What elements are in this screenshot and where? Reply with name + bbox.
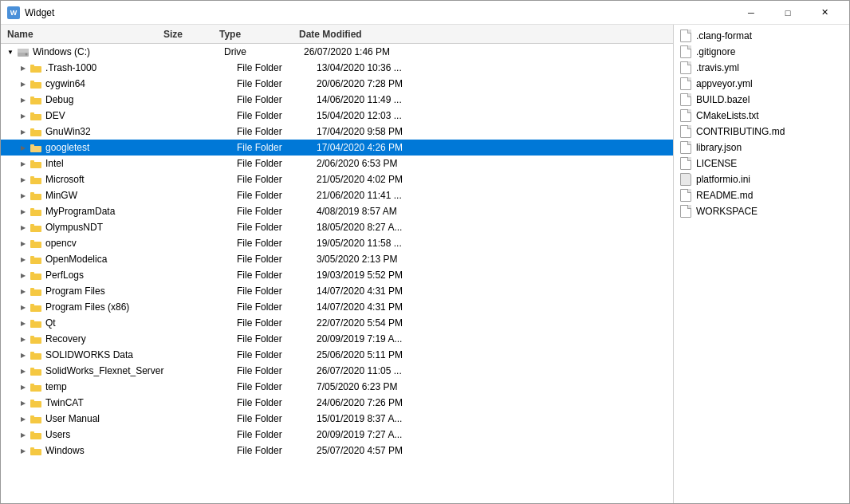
- indent: ▶: [4, 412, 45, 425]
- list-item[interactable]: library.json: [674, 140, 849, 156]
- row-date: 15/01/2019 8:37 A...: [317, 413, 444, 424]
- expand-icon[interactable]: ▶: [17, 285, 30, 297]
- expand-icon[interactable]: ▶: [17, 253, 30, 266]
- table-row[interactable]: ▶ Program Files File Folder 14/07/2020 4…: [1, 283, 673, 299]
- table-row[interactable]: ▶ Windows File Folder 25/07/2020 4:57 PM: [1, 443, 673, 459]
- doc-icon: [680, 205, 691, 218]
- table-row[interactable]: ▶ OpenModelica File Folder 3/05/2020 2:1…: [1, 251, 673, 267]
- list-item[interactable]: README.md: [674, 187, 849, 203]
- col-header-name[interactable]: Name: [4, 29, 163, 40]
- table-row[interactable]: ▶ Recovery File Folder 20/09/2019 7:19 A…: [1, 331, 673, 347]
- table-row[interactable]: ▶ Users File Folder 20/09/2019 7:27 A...: [1, 427, 673, 443]
- expand-icon[interactable]: ▶: [17, 333, 30, 345]
- special-doc-icon: [680, 173, 691, 186]
- list-item[interactable]: CONTRIBUTING.md: [674, 124, 849, 140]
- table-row[interactable]: ▶ User Manual File Folder 15/01/2019 8:3…: [1, 411, 673, 427]
- list-item[interactable]: platformio.ini: [674, 171, 849, 187]
- list-item[interactable]: BUILD.bazel: [674, 92, 849, 108]
- table-row[interactable]: ▶ MyProgramData File Folder 4/08/2019 8:…: [1, 203, 673, 219]
- indent: ▶: [4, 444, 45, 457]
- list-item[interactable]: LICENSE: [674, 156, 849, 171]
- table-row[interactable]: ▶ opencv File Folder 19/05/2020 11:58 ..…: [1, 235, 673, 251]
- table-row[interactable]: ▶ OlympusNDT File Folder 18/05/2020 8:27…: [1, 219, 673, 235]
- expand-icon[interactable]: ▶: [17, 61, 30, 74]
- list-item[interactable]: appveyor.yml: [674, 76, 849, 92]
- expand-icon[interactable]: ▶: [17, 109, 30, 122]
- table-row[interactable]: ▶ TwinCAT File Folder 24/06/2020 7:26 PM: [1, 395, 673, 411]
- expand-icon[interactable]: ▶: [17, 173, 30, 186]
- col-header-size[interactable]: Size: [163, 29, 219, 40]
- table-row[interactable]: ▶ MinGW File Folder 21/06/2020 11:41 ...: [1, 187, 673, 203]
- expand-icon[interactable]: ▶: [17, 412, 30, 425]
- close-button[interactable]: ✕: [806, 1, 843, 25]
- row-type: File Folder: [237, 301, 317, 313]
- list-item[interactable]: WORKSPACE: [674, 203, 849, 219]
- expand-icon[interactable]: ▶: [17, 221, 30, 234]
- svg-rect-8: [30, 96, 34, 99]
- svg-rect-13: [30, 146, 41, 152]
- indent: ▶: [4, 77, 45, 90]
- indent: ▶: [4, 221, 45, 234]
- window-controls: ─ □ ✕: [733, 1, 843, 25]
- table-row[interactable]: ▶ DEV File Folder 15/04/2020 12:03 ...: [1, 108, 673, 124]
- expand-icon[interactable]: ▶: [17, 364, 30, 377]
- doc-icon: [680, 77, 691, 90]
- folder-icon: [30, 237, 42, 250]
- file-list[interactable]: ▼ Windows (C:) Drive 26/07/2020 1:46 PM: [1, 44, 673, 503]
- row-type: File Folder: [237, 365, 317, 376]
- file-name: .gitignore: [696, 46, 735, 57]
- table-row[interactable]: ▶ Qt File Folder 22/07/2020 5:54 PM: [1, 315, 673, 331]
- row-type: File Folder: [237, 285, 317, 297]
- table-row[interactable]: ▶ Microsoft File Folder 21/05/2020 4:02 …: [1, 171, 673, 187]
- row-type: File Folder: [237, 110, 317, 121]
- expand-icon[interactable]: ▶: [17, 189, 30, 202]
- list-item[interactable]: .clang-format: [674, 28, 849, 44]
- expand-icon[interactable]: ▶: [17, 237, 30, 250]
- list-item[interactable]: CMakeLists.txt: [674, 108, 849, 124]
- table-row[interactable]: ▶ SolidWorks_Flexnet_Server File Folder …: [1, 363, 673, 379]
- list-item[interactable]: .gitignore: [674, 44, 849, 60]
- table-row[interactable]: ▶ SOLIDWORKS Data File Folder 25/06/2020…: [1, 347, 673, 363]
- folder-icon: [30, 269, 42, 282]
- expand-icon[interactable]: ▶: [17, 301, 30, 313]
- row-name: Qt: [45, 317, 181, 329]
- table-row[interactable]: ▶ cygwin64 File Folder 20/06/2020 7:28 P…: [1, 76, 673, 92]
- row-name: .Trash-1000: [45, 62, 181, 73]
- expand-icon[interactable]: ▶: [17, 317, 30, 329]
- table-row[interactable]: ▶ Program Files (x86) File Folder 14/07/…: [1, 299, 673, 315]
- minimize-button[interactable]: ─: [733, 1, 769, 25]
- expand-icon[interactable]: ▶: [17, 205, 30, 218]
- table-row[interactable]: ▼ Windows (C:) Drive 26/07/2020 1:46 PM: [1, 44, 673, 60]
- table-row[interactable]: ▶ PerfLogs File Folder 19/03/2019 5:52 P…: [1, 267, 673, 283]
- table-row[interactable]: ▶ Intel File Folder 2/06/2020 6:53 PM: [1, 156, 673, 171]
- expand-icon[interactable]: ▶: [17, 348, 30, 361]
- expand-icon[interactable]: ▶: [17, 157, 30, 170]
- indent: ▶: [4, 333, 45, 345]
- table-row[interactable]: ▶ Debug File Folder 14/06/2020 11:49 ...: [1, 92, 673, 108]
- expand-icon[interactable]: ▶: [17, 396, 30, 409]
- title-bar-left: W Widget: [7, 6, 54, 19]
- table-row[interactable]: ▶ googletest File Folder 17/04/2020 4:26…: [1, 140, 673, 156]
- table-row[interactable]: ▶ temp File Folder 7/05/2020 6:23 PM: [1, 379, 673, 395]
- row-type: File Folder: [237, 174, 317, 185]
- expand-icon[interactable]: ▼: [4, 45, 17, 58]
- expand-icon[interactable]: ▶: [17, 93, 30, 106]
- doc-icon: [680, 157, 691, 170]
- maximize-button[interactable]: □: [769, 1, 806, 25]
- expand-icon[interactable]: ▶: [17, 444, 30, 457]
- expand-icon[interactable]: ▶: [17, 428, 30, 441]
- row-name: User Manual: [45, 413, 181, 424]
- col-header-date[interactable]: Date Modified: [299, 29, 427, 40]
- expand-icon[interactable]: ▶: [17, 77, 30, 90]
- table-row[interactable]: ▶ GnuWin32 File Folder 17/04/2020 9:58 P…: [1, 124, 673, 140]
- folder-icon: [30, 317, 42, 329]
- table-row[interactable]: ▶ .Trash-1000 File Folder 13/04/2020 10:…: [1, 60, 673, 76]
- expand-icon[interactable]: ▶: [17, 141, 30, 154]
- indent: ▶: [4, 157, 45, 170]
- expand-icon[interactable]: ▶: [17, 125, 30, 138]
- expand-icon[interactable]: ▶: [17, 380, 30, 393]
- indent: ▶: [4, 253, 45, 266]
- list-item[interactable]: .travis.yml: [674, 60, 849, 76]
- col-header-type[interactable]: Type: [219, 29, 299, 40]
- expand-icon[interactable]: ▶: [17, 269, 30, 282]
